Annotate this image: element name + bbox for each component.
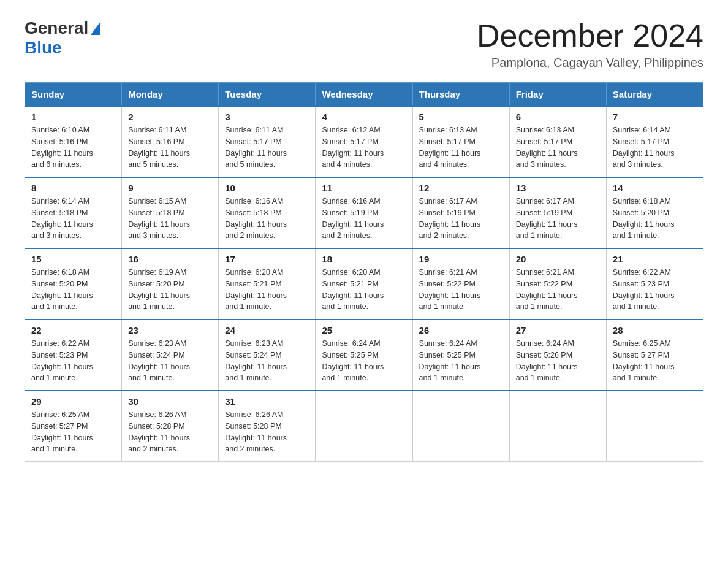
day-info: Sunrise: 6:23 AMSunset: 5:24 PMDaylight:…: [225, 338, 309, 384]
day-info: Sunrise: 6:18 AMSunset: 5:20 PMDaylight:…: [31, 267, 115, 313]
month-title: December 2024: [477, 18, 703, 53]
calendar-cell: 30Sunrise: 6:26 AMSunset: 5:28 PMDayligh…: [122, 391, 219, 462]
calendar-week-row: 8Sunrise: 6:14 AMSunset: 5:18 PMDaylight…: [25, 177, 703, 248]
col-header-wednesday: Wednesday: [316, 83, 412, 107]
calendar-cell: 21Sunrise: 6:22 AMSunset: 5:23 PMDayligh…: [606, 248, 703, 320]
calendar-cell: 29Sunrise: 6:25 AMSunset: 5:27 PMDayligh…: [25, 391, 122, 462]
day-number: 25: [322, 325, 406, 335]
calendar-cell: [509, 391, 606, 462]
day-number: 22: [31, 325, 115, 335]
calendar-week-row: 22Sunrise: 6:22 AMSunset: 5:23 PMDayligh…: [25, 320, 703, 391]
day-number: 14: [613, 183, 697, 193]
calendar-cell: 26Sunrise: 6:24 AMSunset: 5:25 PMDayligh…: [412, 320, 509, 391]
day-info: Sunrise: 6:24 AMSunset: 5:25 PMDaylight:…: [419, 338, 503, 384]
page-header: General Blue December 2024 Pamplona, Cag…: [25, 18, 703, 70]
day-info: Sunrise: 6:24 AMSunset: 5:26 PMDaylight:…: [516, 338, 600, 384]
col-header-friday: Friday: [509, 83, 606, 107]
day-info: Sunrise: 6:22 AMSunset: 5:23 PMDaylight:…: [613, 267, 697, 313]
calendar-cell: 16Sunrise: 6:19 AMSunset: 5:20 PMDayligh…: [122, 248, 219, 320]
calendar-header-row: SundayMondayTuesdayWednesdayThursdayFrid…: [25, 83, 703, 107]
day-number: 10: [225, 183, 309, 193]
calendar-cell: 13Sunrise: 6:17 AMSunset: 5:19 PMDayligh…: [509, 177, 606, 248]
day-info: Sunrise: 6:21 AMSunset: 5:22 PMDaylight:…: [419, 267, 503, 313]
calendar-table: SundayMondayTuesdayWednesdayThursdayFrid…: [25, 82, 703, 462]
day-number: 6: [516, 112, 600, 122]
day-info: Sunrise: 6:16 AMSunset: 5:18 PMDaylight:…: [225, 196, 309, 242]
calendar-cell: 28Sunrise: 6:25 AMSunset: 5:27 PMDayligh…: [606, 320, 703, 391]
day-info: Sunrise: 6:10 AMSunset: 5:16 PMDaylight:…: [31, 124, 115, 170]
day-number: 7: [613, 112, 697, 122]
calendar-cell: 19Sunrise: 6:21 AMSunset: 5:22 PMDayligh…: [412, 248, 509, 320]
day-info: Sunrise: 6:13 AMSunset: 5:17 PMDaylight:…: [419, 124, 503, 170]
calendar-cell: 22Sunrise: 6:22 AMSunset: 5:23 PMDayligh…: [25, 320, 122, 391]
day-number: 19: [419, 254, 503, 264]
day-number: 17: [225, 254, 309, 264]
day-number: 16: [128, 254, 212, 264]
calendar-cell: 18Sunrise: 6:20 AMSunset: 5:21 PMDayligh…: [316, 248, 412, 320]
col-header-saturday: Saturday: [606, 83, 703, 107]
location-subtitle: Pamplona, Cagayan Valley, Philippines: [477, 56, 703, 70]
calendar-cell: 3Sunrise: 6:11 AMSunset: 5:17 PMDaylight…: [219, 106, 316, 177]
day-number: 21: [613, 254, 697, 264]
day-number: 30: [128, 396, 212, 407]
day-number: 13: [516, 183, 600, 193]
calendar-cell: 15Sunrise: 6:18 AMSunset: 5:20 PMDayligh…: [25, 248, 122, 320]
col-header-thursday: Thursday: [412, 83, 509, 107]
day-number: 12: [419, 183, 503, 193]
day-info: Sunrise: 6:19 AMSunset: 5:20 PMDaylight:…: [128, 267, 212, 313]
calendar-week-row: 29Sunrise: 6:25 AMSunset: 5:27 PMDayligh…: [25, 391, 703, 462]
col-header-sunday: Sunday: [25, 83, 122, 107]
calendar-week-row: 1Sunrise: 6:10 AMSunset: 5:16 PMDaylight…: [25, 106, 703, 177]
calendar-cell: 2Sunrise: 6:11 AMSunset: 5:16 PMDaylight…: [122, 106, 219, 177]
day-info: Sunrise: 6:26 AMSunset: 5:28 PMDaylight:…: [128, 409, 212, 455]
day-number: 1: [31, 112, 115, 122]
day-info: Sunrise: 6:18 AMSunset: 5:20 PMDaylight:…: [613, 196, 697, 242]
day-number: 15: [31, 254, 115, 264]
day-info: Sunrise: 6:23 AMSunset: 5:24 PMDaylight:…: [128, 338, 212, 384]
day-info: Sunrise: 6:21 AMSunset: 5:22 PMDaylight:…: [516, 267, 600, 313]
logo: General Blue: [25, 18, 100, 58]
day-number: 11: [322, 183, 406, 193]
day-info: Sunrise: 6:11 AMSunset: 5:17 PMDaylight:…: [225, 124, 309, 170]
day-number: 23: [128, 325, 212, 335]
calendar-cell: 31Sunrise: 6:26 AMSunset: 5:28 PMDayligh…: [219, 391, 316, 462]
calendar-cell: 11Sunrise: 6:16 AMSunset: 5:19 PMDayligh…: [316, 177, 412, 248]
day-info: Sunrise: 6:16 AMSunset: 5:19 PMDaylight:…: [322, 196, 406, 242]
calendar-cell: [606, 391, 703, 462]
col-header-tuesday: Tuesday: [219, 83, 316, 107]
day-number: 24: [225, 325, 309, 335]
col-header-monday: Monday: [122, 83, 219, 107]
day-number: 27: [516, 325, 600, 335]
day-info: Sunrise: 6:20 AMSunset: 5:21 PMDaylight:…: [322, 267, 406, 313]
calendar-cell: 4Sunrise: 6:12 AMSunset: 5:17 PMDaylight…: [316, 106, 412, 177]
calendar-week-row: 15Sunrise: 6:18 AMSunset: 5:20 PMDayligh…: [25, 248, 703, 320]
calendar-cell: 24Sunrise: 6:23 AMSunset: 5:24 PMDayligh…: [219, 320, 316, 391]
calendar-cell: [412, 391, 509, 462]
day-info: Sunrise: 6:13 AMSunset: 5:17 PMDaylight:…: [516, 124, 600, 170]
day-number: 20: [516, 254, 600, 264]
day-number: 8: [31, 183, 115, 193]
calendar-cell: 20Sunrise: 6:21 AMSunset: 5:22 PMDayligh…: [509, 248, 606, 320]
calendar-cell: 25Sunrise: 6:24 AMSunset: 5:25 PMDayligh…: [316, 320, 412, 391]
logo-arrow-icon: [91, 21, 100, 35]
logo-general-text: General: [25, 18, 88, 38]
day-number: 9: [128, 183, 212, 193]
calendar-cell: 9Sunrise: 6:15 AMSunset: 5:18 PMDaylight…: [122, 177, 219, 248]
day-number: 2: [128, 112, 212, 122]
calendar-cell: 1Sunrise: 6:10 AMSunset: 5:16 PMDaylight…: [25, 106, 122, 177]
calendar-cell: 12Sunrise: 6:17 AMSunset: 5:19 PMDayligh…: [412, 177, 509, 248]
calendar-cell: 7Sunrise: 6:14 AMSunset: 5:17 PMDaylight…: [606, 106, 703, 177]
day-number: 26: [419, 325, 503, 335]
day-info: Sunrise: 6:24 AMSunset: 5:25 PMDaylight:…: [322, 338, 406, 384]
day-number: 28: [613, 325, 697, 335]
day-info: Sunrise: 6:14 AMSunset: 5:18 PMDaylight:…: [31, 196, 115, 242]
day-number: 5: [419, 112, 503, 122]
day-info: Sunrise: 6:12 AMSunset: 5:17 PMDaylight:…: [322, 124, 406, 170]
logo-blue-text: Blue: [25, 38, 62, 57]
day-number: 29: [31, 396, 115, 407]
calendar-cell: [316, 391, 412, 462]
calendar-cell: 6Sunrise: 6:13 AMSunset: 5:17 PMDaylight…: [509, 106, 606, 177]
day-info: Sunrise: 6:20 AMSunset: 5:21 PMDaylight:…: [225, 267, 309, 313]
calendar-cell: 27Sunrise: 6:24 AMSunset: 5:26 PMDayligh…: [509, 320, 606, 391]
day-info: Sunrise: 6:14 AMSunset: 5:17 PMDaylight:…: [613, 124, 697, 170]
